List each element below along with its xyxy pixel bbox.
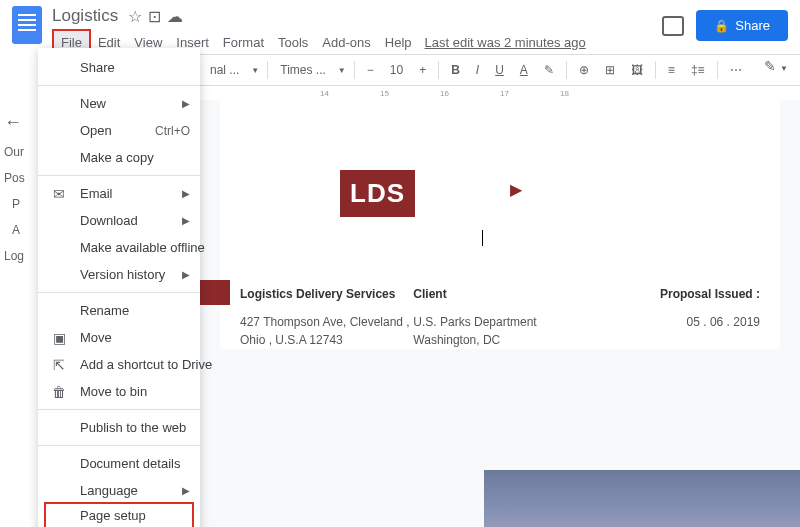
share-button-label: Share <box>735 18 770 33</box>
text-cursor <box>482 230 483 246</box>
font-size[interactable]: 10 <box>386 63 407 77</box>
col3-label: Proposal Issued : <box>587 287 760 301</box>
back-arrow-icon[interactable]: ← <box>4 112 20 133</box>
menu-publish[interactable]: Publish to the web <box>38 414 200 441</box>
menu-page-setup[interactable]: Page setup <box>44 502 194 527</box>
last-edit-link[interactable]: Last edit was 2 minutes ago <box>425 35 586 50</box>
comment-button[interactable]: ⊞ <box>601 61 619 79</box>
menu-version-history[interactable]: Version history▶ <box>38 261 200 288</box>
cloud-icon[interactable]: ☁ <box>167 7 183 26</box>
menu-rename[interactable]: Rename <box>38 297 200 324</box>
outline-item[interactable]: Pos <box>4 171 20 185</box>
align-button[interactable]: ≡ <box>664 61 679 79</box>
comment-icon[interactable] <box>662 16 684 36</box>
trash-icon: 🗑 <box>50 384 68 400</box>
menu-make-copy[interactable]: Make a copy <box>38 144 200 171</box>
menu-addons[interactable]: Add-ons <box>315 31 377 54</box>
font-decrease[interactable]: − <box>363 61 378 79</box>
menu-tools[interactable]: Tools <box>271 31 315 54</box>
chevron-right-icon: ▶ <box>182 188 190 199</box>
menu-move[interactable]: ▣Move <box>38 324 200 351</box>
underline-button[interactable]: U <box>491 61 508 79</box>
menu-language[interactable]: Language▶ <box>38 477 200 504</box>
menu-help[interactable]: Help <box>378 31 419 54</box>
style-select[interactable]: nal ... <box>206 63 243 77</box>
menu-share[interactable]: Share <box>38 54 200 81</box>
col2-text: U.S. Parks Department Washington, DC <box>413 313 586 349</box>
col2-label: Client <box>413 287 586 301</box>
menu-offline[interactable]: Make available offline <box>38 234 200 261</box>
share-button[interactable]: 🔒 Share <box>696 10 788 41</box>
chevron-right-icon: ▶ <box>182 485 190 496</box>
page[interactable]: ▶ LDS Logistics Delivery Services 427 Th… <box>220 100 780 349</box>
document-title[interactable]: Logistics <box>52 6 118 26</box>
bold-button[interactable]: B <box>447 61 464 79</box>
shortcut-icon: ⇱ <box>50 357 68 373</box>
arrow-icon: ▶ <box>510 180 522 199</box>
move-icon[interactable]: ⊡ <box>148 7 161 26</box>
menu-new[interactable]: New▶ <box>38 90 200 117</box>
font-select[interactable]: Times ... <box>276 63 330 77</box>
outline-item[interactable]: P <box>4 197 20 211</box>
highlight-button[interactable]: ✎ <box>540 61 558 79</box>
menu-download[interactable]: Download▶ <box>38 207 200 234</box>
menu-open[interactable]: OpenCtrl+O <box>38 117 200 144</box>
menu-format[interactable]: Format <box>216 31 271 54</box>
menu-email[interactable]: ✉Email▶ <box>38 180 200 207</box>
line-spacing-button[interactable]: ‡≡ <box>687 61 709 79</box>
outline-item[interactable]: Log <box>4 249 20 263</box>
outline-item[interactable]: A <box>4 223 20 237</box>
docs-icon[interactable] <box>12 6 42 44</box>
col1-label: Logistics Delivery Services <box>240 287 413 301</box>
menu-move-to-bin[interactable]: 🗑Move to bin <box>38 378 200 405</box>
red-bar <box>200 280 230 305</box>
outline-sidebar: ← Our Pos P A Log <box>0 100 24 287</box>
link-button[interactable]: ⊕ <box>575 61 593 79</box>
chevron-right-icon: ▶ <box>182 98 190 109</box>
italic-button[interactable]: I <box>472 61 483 79</box>
col1-text: 427 Thompson Ave, Cleveland , Ohio , U.S… <box>240 313 413 349</box>
chevron-right-icon: ▶ <box>182 269 190 280</box>
col3-text: 05 . 06 . 2019 <box>587 313 760 331</box>
folder-icon: ▣ <box>50 330 68 346</box>
file-menu-dropdown: Share New▶ OpenCtrl+O Make a copy ✉Email… <box>38 48 200 527</box>
more-button[interactable]: ⋯ <box>726 61 746 79</box>
star-icon[interactable]: ☆ <box>128 7 142 26</box>
document-image[interactable] <box>484 470 800 527</box>
text-color-button[interactable]: A <box>516 61 532 79</box>
outline-item[interactable]: Our <box>4 145 20 159</box>
menu-add-shortcut[interactable]: ⇱Add a shortcut to Drive <box>38 351 200 378</box>
font-increase[interactable]: + <box>415 61 430 79</box>
lds-badge: LDS <box>340 170 415 217</box>
document-canvas[interactable]: ▶ LDS Logistics Delivery Services 427 Th… <box>200 100 800 527</box>
menu-document-details[interactable]: Document details <box>38 450 200 477</box>
ruler[interactable]: 14 15 16 17 18 <box>200 86 800 101</box>
editing-mode-icon[interactable]: ✎ ▼ <box>764 58 788 74</box>
toolbar: nal ...▼ Times ...▼ − 10 + B I U A ✎ ⊕ ⊞… <box>200 54 800 86</box>
lock-icon: 🔒 <box>714 19 729 33</box>
chevron-right-icon: ▶ <box>182 215 190 226</box>
image-button[interactable]: 🖼 <box>627 61 647 79</box>
email-icon: ✉ <box>50 186 68 202</box>
